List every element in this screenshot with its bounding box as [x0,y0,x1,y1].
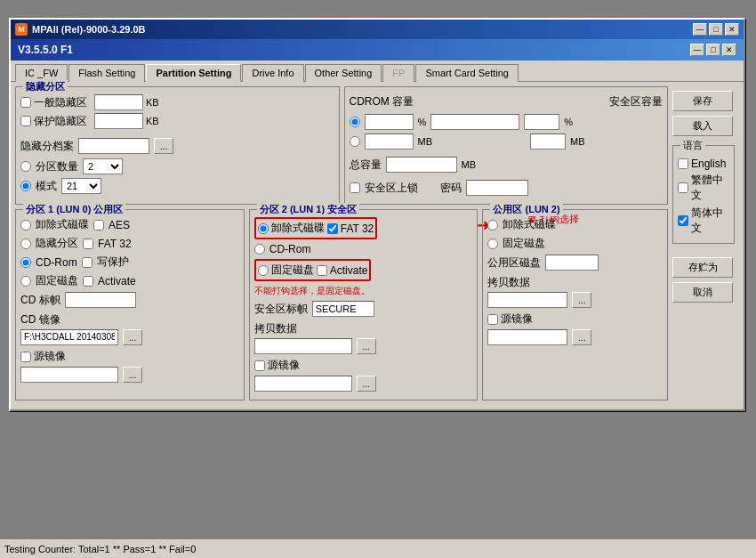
cdrom-capacity-label: CDROM 容量 [350,94,414,109]
inner-close-btn[interactable]: ✕ [722,44,736,56]
mode-radio[interactable] [20,181,31,191]
p2-cdrom-radio[interactable] [254,244,265,255]
tab-drive-info[interactable]: Drive Info [242,64,303,82]
normal-hidden-input[interactable] [94,94,143,110]
safe-percent-input[interactable] [524,114,559,130]
cdrom-percent-input[interactable] [365,114,414,130]
p3-source-image-label: 源镜像 [501,311,533,327]
p1-aes-label: AES [109,219,130,231]
p1-aes-checkbox[interactable] [93,220,104,230]
p1-source-image-checkbox[interactable] [20,352,31,362]
p3-source-browse-btn[interactable]: ... [572,329,591,345]
p3-copy-data-input[interactable] [487,292,567,308]
p1-write-protect-checkbox[interactable] [82,257,92,268]
p2-activate-label: Activate [330,264,368,277]
inner-maximize-btn[interactable]: □ [706,44,720,56]
partition-count-select[interactable]: 213 [83,158,123,174]
p1-source-input[interactable] [20,367,118,383]
security-lock-checkbox[interactable] [350,182,360,193]
traditional-label: 繁體中文 [691,173,729,203]
simplified-checkbox[interactable] [678,215,688,226]
cdrom-percent-unit: % [418,117,427,127]
password-label: 密码 [440,181,462,196]
p1-activate-checkbox[interactable] [83,276,93,287]
p2-activate-checkbox[interactable] [317,265,327,276]
tab-flash-setting[interactable]: Flash Setting [68,64,145,82]
tab-other-setting[interactable]: Other Setting [305,64,382,82]
minimize-btn[interactable]: — [693,23,707,36]
hidden-file-label: 隐藏分档案 [20,139,74,154]
cdrom-mb-radio[interactable] [350,136,360,147]
normal-hidden-checkbox[interactable] [20,97,31,108]
safe-capacity-label: 安全区容量 [609,94,663,109]
p2-fat32-checkbox[interactable] [327,223,338,234]
traditional-checkbox[interactable] [678,182,688,193]
p2-fixed-radio[interactable] [258,265,269,276]
hidden-file-browse-btn[interactable]: ... [154,138,173,154]
protected-hidden-input[interactable] [94,113,143,129]
cdrom-slider-input[interactable] [430,114,519,130]
p2-copy-browse-btn[interactable]: ... [357,338,376,354]
p3-source-input[interactable] [487,329,567,345]
hidden-file-input[interactable] [78,138,149,154]
partition-count-radio[interactable] [20,161,31,172]
english-checkbox[interactable] [678,158,688,169]
p1-image-path-input[interactable] [20,329,118,345]
p1-hidden-radio[interactable] [20,239,31,249]
p2-source-browse-btn[interactable]: ... [357,376,376,392]
p2-copy-data-input[interactable] [254,338,352,354]
p3-public-disk-input[interactable] [545,255,599,271]
p1-source-browse-btn[interactable]: ... [123,367,142,383]
cdrom-percent-radio[interactable] [350,117,360,127]
cdrom-mb-unit: MB [418,136,433,147]
safe-mb-unit: MB [570,136,585,147]
mode-select[interactable]: 2120 [61,178,101,194]
close-btn[interactable]: ✕ [725,23,739,36]
hidden-partition-title: 隐藏分区 [23,80,68,93]
p3-copy-browse-btn[interactable]: ... [572,292,591,308]
p1-fixed-radio[interactable] [20,276,31,287]
p1-write-protect-label: 写保护 [97,255,129,270]
maximize-btn[interactable]: □ [709,23,723,36]
p1-fat32-checkbox[interactable] [83,239,93,249]
normal-hidden-label: 一般隐藏区 [34,95,87,110]
total-label: 总容量 [350,158,382,173]
tab-smart-card[interactable]: Smart Card Setting [415,64,519,82]
p1-cdrom-radio[interactable] [20,257,31,268]
kb-unit1: KB [146,97,159,108]
tab-fp[interactable]: FP [382,64,414,82]
p1-removable-radio[interactable] [20,220,31,230]
p3-fixed-label: 固定磁盘 [503,236,545,251]
inner-minimize-btn[interactable]: — [690,44,704,56]
public-lun2-title: 公用区 (LUN 2) [490,203,562,216]
password-input[interactable] [466,180,528,196]
version-label: V3.5.5.0 F1 [18,44,73,56]
cancel-btn[interactable]: 取消 [672,282,733,303]
english-label: English [691,158,726,170]
p1-cdrom-label: CD-Rom [36,256,77,269]
protected-hidden-checkbox[interactable] [20,116,31,126]
total-input[interactable] [386,157,457,173]
safe-mb-input[interactable] [530,133,566,150]
tab-ic-fw[interactable]: IC _FW [15,64,68,82]
p3-fixed-radio[interactable] [487,239,498,249]
tab-bar: IC _FW Flash Setting Partition Setting D… [11,61,744,82]
p3-removable-radio[interactable] [487,220,498,230]
p1-cd-label-input[interactable] [65,292,136,308]
p3-public-disk-label: 公用区磁盘 [487,255,541,271]
partition-count-label: 分区数量 [36,159,78,174]
p2-security-label: 安全区标帜 [254,302,308,317]
p3-source-image-checkbox[interactable] [487,314,498,325]
p1-image-browse-btn[interactable]: ... [123,329,142,345]
p2-source-input[interactable] [254,376,352,392]
kb-unit2: KB [146,116,159,126]
save-btn[interactable]: 保存 [672,91,733,111]
p2-security-label-input[interactable] [312,301,374,317]
save-as-btn[interactable]: 存贮为 [672,257,733,278]
load-btn[interactable]: 载入 [672,116,733,136]
tab-partition-setting[interactable]: Partition Setting [146,64,241,82]
partition2-title: 分区 2 (LUN 1) 安全区 [257,203,359,216]
p2-removable-radio[interactable] [258,223,269,234]
cdrom-mb-input[interactable] [365,133,414,150]
p2-source-image-checkbox[interactable] [254,360,265,371]
